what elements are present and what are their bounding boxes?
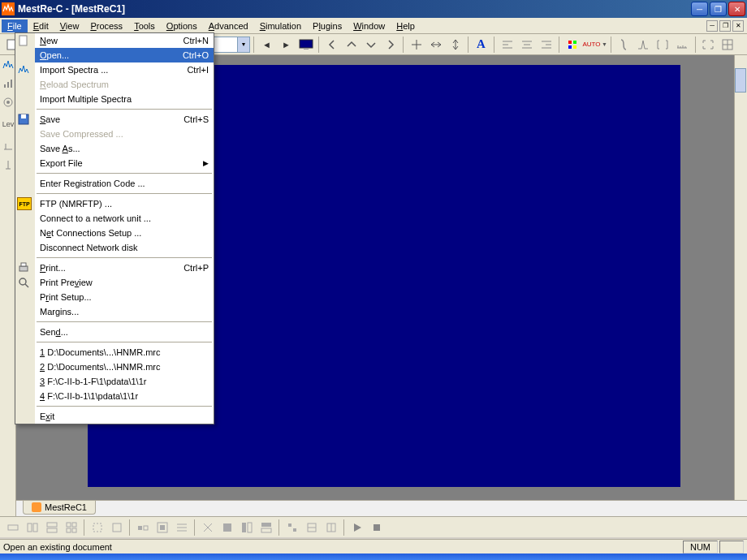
menu-import-multiple[interactable]: Import Multiple Spectra bbox=[35, 92, 214, 106]
bot-icon-5[interactable] bbox=[88, 519, 106, 536]
bot-icon-4[interactable] bbox=[62, 519, 80, 536]
menu-print[interactable]: Print...Ctrl+P bbox=[35, 261, 214, 275]
menu-send[interactable]: Send... bbox=[35, 325, 214, 339]
menu-options[interactable]: Options bbox=[161, 19, 203, 32]
nav-up-icon[interactable] bbox=[342, 36, 361, 54]
color-icon[interactable] bbox=[563, 36, 581, 54]
menu-recent-1[interactable]: 1 D:\Documents\...\HNMR.mrc bbox=[35, 345, 214, 360]
menu-view[interactable]: View bbox=[54, 19, 85, 32]
align-left-icon[interactable] bbox=[498, 36, 516, 54]
menu-recent-2[interactable]: 2 D:\Documents\...\HNMR.mrc bbox=[35, 360, 214, 374]
bot-icon-7[interactable] bbox=[133, 519, 152, 536]
menu-process[interactable]: Process bbox=[84, 19, 128, 32]
grid-icon[interactable] bbox=[719, 36, 737, 54]
bot-icon-1[interactable] bbox=[3, 519, 22, 536]
statusbar: Open an existing document NUM bbox=[0, 539, 747, 554]
close-button[interactable]: ✕ bbox=[728, 2, 745, 16]
bot-icon-2[interactable] bbox=[23, 519, 41, 536]
vertical-scrollbar[interactable] bbox=[734, 55, 747, 500]
integral-icon[interactable] bbox=[615, 36, 633, 54]
chart-icon[interactable] bbox=[1, 75, 15, 93]
bracket-icon[interactable] bbox=[654, 36, 672, 54]
ftp-icon: FTP bbox=[17, 197, 32, 210]
menu-edit[interactable]: Edit bbox=[28, 19, 54, 32]
menu-ftp[interactable]: FTP FTP (NMRFTP) ... bbox=[35, 196, 214, 211]
menu-margins[interactable]: Margins... bbox=[35, 304, 214, 319]
menu-recent-3[interactable]: 3 F:\C-II-b-1-F\1\pdata\1\1r bbox=[35, 374, 214, 389]
bot-icon-13[interactable] bbox=[257, 519, 275, 536]
menu-file[interactable]: File bbox=[2, 19, 28, 32]
menu-registration[interactable]: Enter Registration Code ... bbox=[35, 176, 214, 191]
document-tab[interactable]: MestReC1 bbox=[23, 501, 96, 515]
menu-advanced[interactable]: Advanced bbox=[203, 19, 254, 32]
config-icon[interactable] bbox=[1, 93, 15, 111]
bot-icon-10[interactable] bbox=[198, 519, 217, 536]
bot-icon-9[interactable] bbox=[172, 519, 191, 536]
menu-connect-network[interactable]: Connect to a network unit ... bbox=[35, 211, 214, 226]
menu-import-spectra[interactable]: Import Spectra ...Ctrl+I bbox=[35, 62, 214, 77]
menu-simulation[interactable]: Simulation bbox=[254, 19, 307, 32]
display-icon[interactable] bbox=[296, 36, 315, 54]
svg-rect-67 bbox=[261, 528, 271, 532]
maximize-button[interactable]: ❐ bbox=[710, 2, 727, 16]
arrow-right-icon[interactable]: ► bbox=[277, 36, 296, 54]
auto-icon[interactable]: AUTO bbox=[582, 36, 601, 54]
crosshair-icon[interactable] bbox=[407, 36, 425, 54]
bot-icon-14[interactable] bbox=[283, 519, 301, 536]
arrow-left-icon[interactable]: ◄ bbox=[257, 36, 276, 54]
stop-icon[interactable] bbox=[367, 519, 386, 536]
svg-rect-27 bbox=[573, 45, 576, 49]
menu-export-file[interactable]: Export File▶ bbox=[35, 156, 214, 170]
nav-right-icon[interactable] bbox=[381, 36, 399, 54]
spectrum-icon[interactable] bbox=[1, 56, 15, 74]
bot-icon-11[interactable] bbox=[218, 519, 236, 536]
ruler-icon[interactable] bbox=[673, 36, 692, 54]
bot-icon-3[interactable] bbox=[42, 519, 61, 536]
align-center-icon[interactable] bbox=[517, 36, 536, 54]
menu-save-as[interactable]: Save As... bbox=[35, 141, 214, 156]
menu-exit[interactable]: Exit bbox=[35, 409, 214, 424]
taskbar bbox=[0, 554, 747, 560]
align-right-icon[interactable] bbox=[537, 36, 555, 54]
menu-print-preview[interactable]: Print Preview bbox=[35, 275, 214, 290]
menu-net-setup[interactable]: Net Connections Setup ... bbox=[35, 226, 214, 240]
tool4-icon[interactable] bbox=[1, 137, 15, 155]
expand-h-icon[interactable] bbox=[426, 36, 445, 54]
menu-window[interactable]: Window bbox=[348, 19, 391, 32]
zoom-icon[interactable] bbox=[699, 36, 718, 54]
tool5-icon[interactable] bbox=[1, 156, 15, 174]
nav-left-icon[interactable] bbox=[322, 36, 341, 54]
svg-rect-59 bbox=[160, 525, 165, 530]
doc-minimize-button[interactable]: ─ bbox=[706, 20, 718, 32]
preview-file-icon bbox=[17, 276, 30, 289]
doc-close-button[interactable]: ✕ bbox=[732, 20, 744, 32]
bot-icon-8[interactable] bbox=[153, 519, 171, 536]
svg-rect-11 bbox=[300, 40, 313, 48]
play-icon[interactable] bbox=[348, 519, 366, 536]
svg-rect-56 bbox=[138, 526, 142, 530]
menu-new[interactable]: NewCtrl+N bbox=[35, 33, 214, 48]
menu-open[interactable]: Open...Ctrl+O bbox=[35, 48, 214, 62]
menu-disconnect[interactable]: Disconnect Network disk bbox=[35, 240, 214, 255]
bot-icon-12[interactable] bbox=[237, 519, 256, 536]
menu-plugins[interactable]: Plugins bbox=[307, 19, 348, 32]
svg-rect-74 bbox=[374, 524, 380, 531]
minimize-button[interactable]: ─ bbox=[691, 2, 708, 16]
left-panel: Lev bbox=[0, 55, 16, 516]
bot-icon-6[interactable] bbox=[107, 519, 126, 536]
menu-tools[interactable]: Tools bbox=[128, 19, 161, 32]
menu-print-setup[interactable]: Print Setup... bbox=[35, 290, 214, 304]
bot-icon-16[interactable] bbox=[322, 519, 340, 536]
doc-restore-button[interactable]: ❐ bbox=[719, 20, 731, 32]
menu-recent-4[interactable]: 4 F:\C-II-b-1\1\pdata\1\1r bbox=[35, 389, 214, 403]
bot-icon-15[interactable] bbox=[302, 519, 321, 536]
svg-rect-25 bbox=[573, 41, 576, 44]
expand-v-icon[interactable] bbox=[446, 36, 464, 54]
nav-down-icon[interactable] bbox=[361, 36, 380, 54]
menu-help[interactable]: Help bbox=[391, 19, 421, 32]
text-a-icon[interactable]: A bbox=[472, 36, 490, 54]
level-label: Lev bbox=[1, 112, 15, 136]
menu-save[interactable]: SaveCtrl+S bbox=[35, 112, 214, 127]
undo-combo[interactable]: ▼ bbox=[209, 37, 250, 53]
peak-icon[interactable] bbox=[634, 36, 653, 54]
